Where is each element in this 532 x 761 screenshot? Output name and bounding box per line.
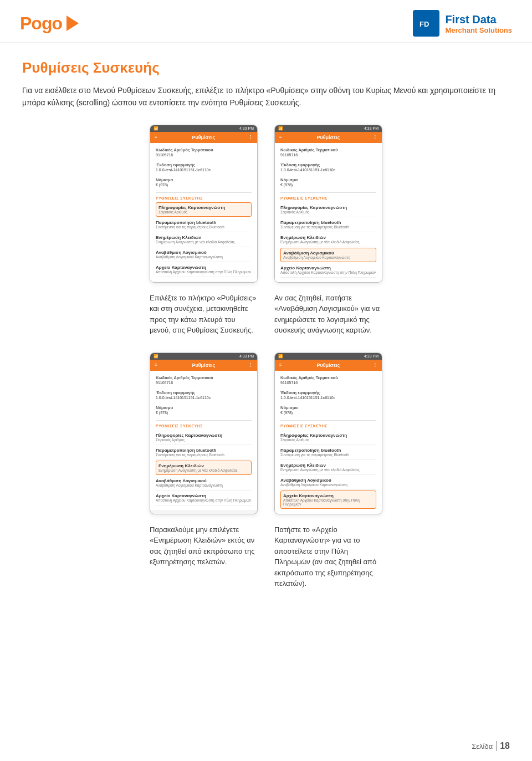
phone-4-back-icon: ≡: [279, 362, 282, 367]
screenshots-row-2: 📶 4:33 PM ≡ Ρυθμίσεις ⋮ Κωδικός Αριθμός …: [22, 353, 510, 514]
page-title: Ρυθμίσεις Συσκευής: [22, 59, 510, 76]
phone-2-menu-item-2: Ενημέρωση Κλειδιών Ενημέρωση Αναγνώστη μ…: [280, 232, 376, 247]
footer: Σελίδα 18: [472, 741, 510, 751]
phone-3-menu-item-1: Παραμετροποίηση bluetooth Συντόμευση για…: [156, 445, 252, 460]
phone-1-menu-item-3: Αναβάθμιση Λογισμικού Αναβάθμιση Λογισμι…: [156, 247, 252, 262]
phone-4-status: 📶 4:33 PM: [275, 353, 382, 360]
phone-2-status: 📶 4:33 PM: [275, 125, 382, 132]
phone-1-title: Ρυθμίσεις: [192, 135, 215, 140]
phone-4-title: Ρυθμίσεις: [316, 362, 340, 368]
phone-2-menu-item-4: Αρχείο Καρταναγνώστη Αποστολή Αρχείου Κα…: [280, 263, 376, 278]
phone-2-back-icon: ≡: [279, 135, 282, 140]
main-content: Ρυθμίσεις Συσκευής Για να εισέλθετε στο …: [0, 43, 532, 617]
svg-text:FD: FD: [420, 20, 429, 28]
phone-3-menu-item-3: Αναβάθμιση Λογισμικού Αναβάθμιση Λογισμι…: [156, 476, 252, 491]
phone-2-menu-item-1: Παραμετροποίηση bluetooth Συντόμευση για…: [280, 217, 376, 232]
phone-1-status: 📶 4:33 PM: [150, 125, 257, 132]
phone-1-menu-icon: ⋮: [248, 135, 253, 140]
phone-3-menu-item-2: Ενημέρωση Κλειδιών Ενημέρωση Αναγνώστη μ…: [156, 461, 252, 475]
phone-4-menu-icon: ⋮: [372, 362, 377, 368]
phone-4-menu-item-0: Πληροφορίες Καρτοαναγνώστη Σειριακός Αρι…: [280, 430, 376, 445]
phone-3-time: 4:33 PM: [239, 354, 254, 358]
phone-3-status: 📶 4:33 PM: [150, 353, 257, 360]
firstdata-name: First Data: [445, 13, 512, 26]
header: Pogo FD First Data Merchant Solutions: [0, 0, 532, 43]
footer-page-number: 18: [500, 741, 510, 751]
phone-2-title: Ρυθμίσεις: [316, 135, 340, 140]
phone-3-back-icon: ≡: [155, 362, 157, 367]
phone-4-menu-item-3: Αναβάθμιση Λογισμικού Αναβάθμιση Λογισμι…: [280, 475, 376, 490]
phone-1-appver-field: Έκδοση εφαρμογής 1.0.0-test-1410151151-1…: [156, 162, 252, 172]
phone-1-back-icon: ≡: [155, 135, 157, 140]
phone-2-body: Κωδικός Αριθμός Τερματικού 91105716 Έκδο…: [275, 143, 382, 282]
phone-4-time: 4:33 PM: [364, 354, 378, 358]
pogo-logo: Pogo: [20, 13, 79, 34]
phone-4-menu-item-4: Αρχείο Καρταναγνώστη Αποστολή Αρχείου Κα…: [280, 491, 376, 509]
phone-3-titlebar: ≡ Ρυθμίσεις ⋮: [150, 360, 257, 371]
phone-1-menu-item-1: Παραμετροποίηση bluetooth Συντόμευση για…: [156, 217, 252, 232]
footer-label: Σελίδα: [472, 742, 493, 750]
phone-2-time: 4:33 PM: [364, 126, 378, 130]
phone-2: 📶 4:33 PM ≡ Ρυθμίσεις ⋮ Κωδικός Αριθμός …: [274, 125, 382, 283]
caption-row-1: Επιλέξτε το πλήκτρο «Ρυθμίσεις» και στη …: [22, 293, 510, 336]
caption-2-left: Παρακαλούμε μην επιλέγετε «Ενημέρωση Κλε…: [150, 524, 258, 589]
phone-4: 📶 4:33 PM ≡ Ρυθμίσεις ⋮ Κωδικός Αριθμός …: [274, 353, 382, 514]
phone-3-menu-item-0: Πληροφορίες Καρτοαναγνώστη Σειριακός Αρι…: [156, 430, 252, 445]
screenshots-row-1: 📶 4:33 PM ≡ Ρυθμίσεις ⋮ Κωδικός Αριθμός …: [22, 125, 510, 283]
phone-3-menu-item-4: Αρχείο Καρταναγνώστη Αποστολή Αρχείου Κα…: [156, 491, 252, 505]
phone-3-body: Κωδικός Αριθμός Τερματικού 91105716 Έκδο…: [150, 371, 257, 510]
phone-1-time: 4:33 PM: [239, 126, 254, 130]
phone-1-body: Κωδικός Αριθμός Τερματικού 91105716 Έκδο…: [150, 143, 257, 282]
phone-3-menu-icon: ⋮: [248, 362, 253, 368]
phone-1-terminal-field: Κωδικός Αριθμός Τερματικού 91105716: [156, 147, 252, 157]
phone-1-titlebar: ≡ Ρυθμίσεις ⋮: [150, 132, 257, 143]
phone-1: 📶 4:33 PM ≡ Ρυθμίσεις ⋮ Κωδικός Αριθμός …: [150, 125, 258, 283]
pogo-text: Pogo: [20, 13, 62, 34]
phone-4-body: Κωδικός Αριθμός Τερματικού 91105716 Έκδο…: [275, 371, 382, 514]
caption-row-2: Παρακαλούμε μην επιλέγετε «Ενημέρωση Κλε…: [22, 524, 510, 589]
firstdata-icon: FD: [413, 10, 439, 37]
caption-2-right: Πατήστε το «Αρχείο Καρταναγνώστη» για να…: [274, 524, 382, 589]
phone-2-menu-item-0: Πληροφορίες Καρτοαναγνώστη Σειριακός Αρι…: [280, 202, 376, 217]
phone-3: 📶 4:33 PM ≡ Ρυθμίσεις ⋮ Κωδικός Αριθμός …: [150, 353, 258, 514]
phone-1-menu-item-2: Ενημέρωση Κλειδιών Ενημέρωση Αναγνώστη μ…: [156, 232, 252, 247]
phone-1-menu-item-4: Αρχείο Καρταναγνώστη Αποστολή Αρχείου Κα…: [156, 262, 252, 277]
phone-3-title: Ρυθμίσεις: [192, 362, 215, 368]
caption-1-right: Αν σας ζητηθεί, πατήστε «Αναβάθμιση Λογι…: [274, 293, 382, 336]
firstdata-sub: Merchant Solutions: [445, 26, 512, 34]
phone-2-titlebar: ≡ Ρυθμίσεις ⋮: [275, 132, 382, 143]
footer-divider: [496, 741, 497, 751]
phone-4-menu-item-2: Ενημέρωση Κλειδιών Ενημέρωση Αναγνώστη μ…: [280, 460, 376, 475]
firstdata-logo: FD First Data Merchant Solutions: [413, 10, 512, 37]
phone-4-titlebar: ≡ Ρυθμίσεις ⋮: [275, 360, 382, 371]
phone-2-menu-icon: ⋮: [372, 135, 377, 140]
pogo-arrow-icon: [66, 16, 79, 31]
firstdata-text: First Data Merchant Solutions: [445, 13, 512, 34]
phone-4-menu-item-1: Παραμετροποίηση bluetooth Συντόμευση για…: [280, 445, 376, 460]
page-intro: Για να εισέλθετε στο Μενού Ρυθμίσεων Συσ…: [22, 84, 510, 109]
phone-1-menu-item-0: Πληροφορίες Καρτοαναγνώστη Σειριακός Αρι…: [156, 202, 252, 217]
caption-1-left: Επιλέξτε το πλήκτρο «Ρυθμίσεις» και στη …: [150, 293, 258, 336]
phone-1-currency-field: Νόμισμα € (978): [156, 177, 252, 187]
phone-2-menu-item-3: Αναβάθμιση Λογισμικού Αναβάθμιση Λογισμι…: [280, 248, 376, 262]
